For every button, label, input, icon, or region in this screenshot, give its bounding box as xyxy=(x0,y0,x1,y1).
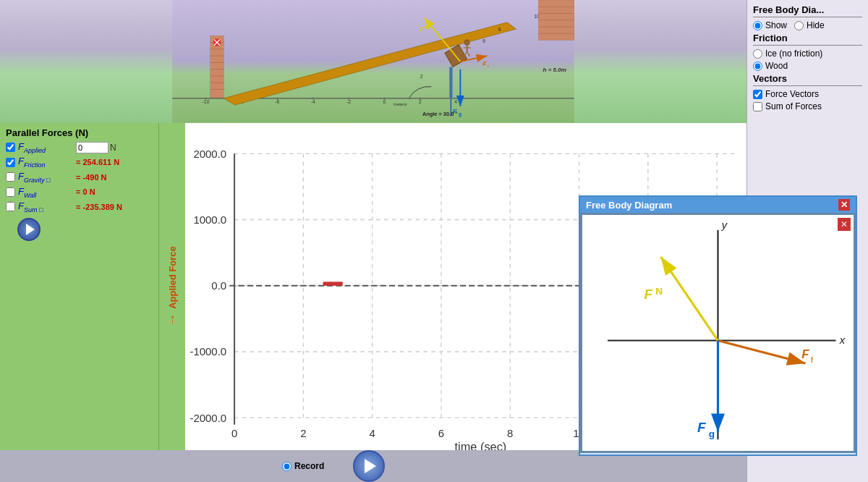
fbd-window: Free Body Diagram ✕ ✕ x y xyxy=(579,195,857,456)
force-wall-checkbox[interactable] xyxy=(6,187,15,197)
force-gravity-checkbox[interactable] xyxy=(6,172,15,182)
sum-of-forces-label: Sum of Forces xyxy=(765,101,822,111)
force-applied-unit: N xyxy=(110,143,116,153)
scene-viewport: -10 -8 -6 -4 -2 0 meters 2 4 xyxy=(0,0,746,123)
svg-text:F: F xyxy=(644,287,652,302)
svg-text:f: f xyxy=(488,64,489,69)
force-friction-value: = 254.611 N xyxy=(76,158,119,166)
force-sum-checkbox[interactable] xyxy=(6,202,15,211)
fbd-hide-radio[interactable] xyxy=(794,21,804,30)
svg-text:-2000.0: -2000.0 xyxy=(190,411,226,423)
record-label: Record xyxy=(294,461,324,471)
svg-text:4: 4 xyxy=(370,427,375,439)
friction-wood-radio[interactable] xyxy=(753,62,762,71)
svg-text:2000.0: 2000.0 xyxy=(193,148,226,160)
record-radio[interactable]: Record xyxy=(282,461,324,471)
friction-wood-label: Wood xyxy=(765,61,788,71)
svg-text:0: 0 xyxy=(231,427,237,439)
friction-ice-row: Ice (no friction) xyxy=(753,48,862,59)
fbd-diagram: x y F N F f F g xyxy=(582,215,854,451)
force-friction-label: FFriction xyxy=(18,156,76,169)
force-row-wall: FWall = 0 N xyxy=(6,186,153,199)
fbd-hide-label: Hide xyxy=(807,20,825,30)
force-wall-value: = 0 N xyxy=(76,187,95,196)
svg-text:-1000.0: -1000.0 xyxy=(190,345,226,358)
svg-text:x: x xyxy=(839,334,846,346)
fbd-show-hide-row: Show Hide xyxy=(753,20,862,30)
svg-text:g: g xyxy=(459,111,461,117)
play-icon xyxy=(26,224,35,235)
force-vectors-checkbox[interactable] xyxy=(753,90,762,99)
play-button[interactable] xyxy=(17,218,41,241)
applied-force-y-axis-label: → Applied Force xyxy=(165,247,180,327)
svg-text:8: 8 xyxy=(498,27,501,32)
fbd-show-label: Show xyxy=(765,20,787,30)
force-sum-value: = -235.389 N xyxy=(76,203,122,211)
friction-ice-radio[interactable] xyxy=(753,49,762,59)
svg-text:F: F xyxy=(697,420,706,435)
force-sum-label: FSum □ xyxy=(18,200,76,213)
svg-text:meters: meters xyxy=(393,101,407,106)
force-vectors-label: Force Vectors xyxy=(765,89,819,99)
svg-rect-96 xyxy=(323,282,343,285)
fbd-titlebar: Free Body Diagram ✕ xyxy=(580,197,856,213)
svg-text:F: F xyxy=(801,347,809,361)
forces-panel-title: Parallel Forces (N) xyxy=(6,127,153,138)
svg-text:h = 5.0m: h = 5.0m xyxy=(543,67,566,73)
svg-text:6: 6 xyxy=(482,38,485,43)
fbd-inner-close[interactable]: ✕ xyxy=(838,218,851,231)
force-wall-label: FWall xyxy=(18,186,76,199)
svg-text:N: N xyxy=(655,286,663,297)
svg-text:6: 6 xyxy=(438,427,444,439)
svg-text:0.0: 0.0 xyxy=(211,279,226,292)
friction-section-title: Friction xyxy=(753,33,862,46)
friction-ice-label: Ice (no friction) xyxy=(765,48,822,59)
record-radio-input[interactable] xyxy=(282,462,292,471)
svg-text:time (sec): time (sec) xyxy=(455,440,507,450)
force-row-friction: FFriction = 254.611 N xyxy=(6,156,153,169)
svg-text:F: F xyxy=(482,60,487,67)
force-friction-checkbox[interactable] xyxy=(6,158,15,167)
forces-panel: Parallel Forces (N) FApplied N FFriction… xyxy=(0,123,159,450)
sum-of-forces-row: Sum of Forces xyxy=(753,101,862,111)
fbd-show-radio[interactable] xyxy=(753,21,762,30)
force-gravity-label: FGravity □ xyxy=(18,171,76,184)
svg-text:2: 2 xyxy=(300,427,306,439)
svg-text:F: F xyxy=(420,25,425,33)
fbd-content: ✕ x y F N xyxy=(580,213,856,453)
svg-text:N: N xyxy=(426,25,430,30)
main-play-button[interactable] xyxy=(353,450,385,482)
force-gravity-value: = -490 N xyxy=(76,173,107,182)
force-applied-input[interactable] xyxy=(76,142,109,153)
svg-text:g: g xyxy=(709,428,715,439)
svg-point-40 xyxy=(464,40,469,45)
vectors-section-title: Vectors xyxy=(753,73,862,86)
main-play-icon xyxy=(365,459,376,473)
scene-svg: -10 -8 -6 -4 -2 0 meters 2 4 xyxy=(0,0,746,123)
fbd-title: Free Body Diagram xyxy=(586,200,672,211)
svg-text:8: 8 xyxy=(507,427,513,439)
svg-text:2: 2 xyxy=(420,74,423,79)
force-vectors-row: Force Vectors xyxy=(753,89,862,99)
force-row-sum: FSum □ = -235.389 N xyxy=(6,200,153,213)
svg-text:1000.0: 1000.0 xyxy=(193,213,226,226)
force-applied-label: FApplied xyxy=(18,141,76,154)
force-applied-checkbox[interactable] xyxy=(6,143,15,152)
force-row-applied: FApplied N xyxy=(6,141,153,154)
fbd-section-title: Free Body Dia... xyxy=(753,4,862,17)
sum-of-forces-checkbox[interactable] xyxy=(753,102,762,111)
force-row-gravity: FGravity □ = -490 N xyxy=(6,171,153,184)
svg-text:4: 4 xyxy=(454,99,457,104)
friction-wood-row: Wood xyxy=(753,61,862,71)
svg-text:Angle = 30.0 °: Angle = 30.0 ° xyxy=(422,111,457,117)
fbd-close-button[interactable]: ✕ xyxy=(838,199,850,211)
